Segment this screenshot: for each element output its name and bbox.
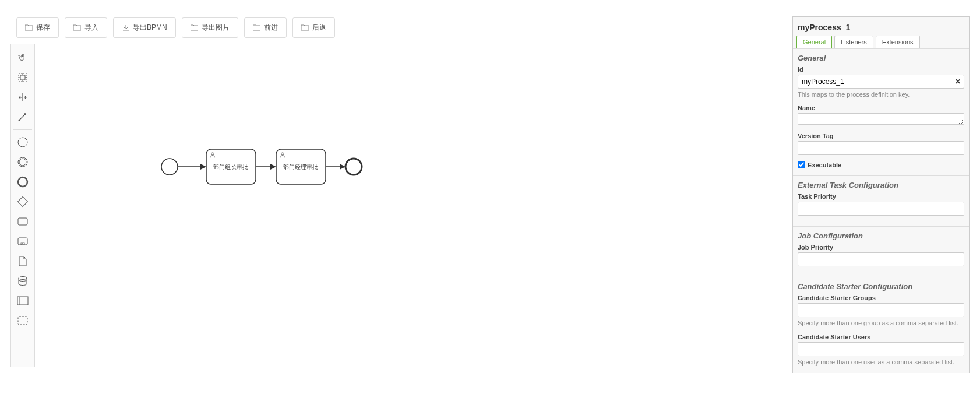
- folder-icon: [73, 24, 81, 31]
- save-button[interactable]: 保存: [16, 17, 59, 38]
- id-label: Id: [798, 66, 964, 73]
- svg-rect-12: [18, 317, 27, 325]
- panel-tabs: General Listeners Extensions: [793, 36, 969, 48]
- end-event-icon[interactable]: [14, 173, 31, 191]
- import-label: 导入: [84, 23, 98, 33]
- svg-rect-6: [18, 197, 28, 207]
- folder-icon: [253, 24, 260, 31]
- back-button[interactable]: 后退: [292, 17, 335, 38]
- task2-label: 部门经理审批: [283, 164, 318, 170]
- tab-extensions[interactable]: Extensions: [876, 36, 920, 48]
- starter-users-label: Candidate Starter Users: [798, 333, 964, 340]
- export-bpmn-button[interactable]: 导出BPMN: [113, 17, 176, 38]
- starter-users-input[interactable]: [798, 342, 964, 356]
- export-image-button[interactable]: 导出图片: [182, 17, 238, 38]
- svg-point-5: [18, 177, 27, 187]
- svg-point-4: [19, 159, 26, 166]
- executable-label: Executable: [808, 161, 841, 168]
- job-priority-input[interactable]: [798, 252, 964, 266]
- save-label: 保存: [36, 23, 50, 33]
- name-input[interactable]: [798, 113, 964, 125]
- section-job-config: Job Configuration Job Priority: [793, 226, 969, 277]
- svg-rect-7: [18, 218, 27, 225]
- section-general: General Id ✕ This maps to the process de…: [793, 48, 969, 175]
- section-title: External Task Configuration: [798, 181, 964, 189]
- forward-label: 前进: [264, 23, 278, 33]
- clear-icon[interactable]: ✕: [955, 78, 961, 86]
- tab-listeners[interactable]: Listeners: [834, 36, 873, 48]
- hand-tool-icon[interactable]: [14, 49, 31, 66]
- executable-checkbox[interactable]: [798, 161, 805, 168]
- starter-groups-input[interactable]: [798, 303, 964, 317]
- subprocess-icon[interactable]: [14, 233, 31, 250]
- svg-rect-11: [17, 297, 28, 305]
- export-bpmn-label: 导出BPMN: [133, 23, 167, 33]
- export-image-label: 导出图片: [202, 23, 230, 33]
- version-tag-input[interactable]: [798, 141, 964, 155]
- section-external-task: External Task Configuration Task Priorit…: [793, 175, 969, 226]
- lasso-tool-icon[interactable]: [14, 69, 31, 86]
- back-label: 后退: [312, 23, 326, 33]
- panel-title: myProcess_1: [793, 17, 969, 36]
- forward-button[interactable]: 前进: [244, 17, 287, 38]
- folder-icon: [25, 24, 33, 31]
- section-title: Candidate Starter Configuration: [798, 282, 964, 291]
- version-tag-label: Version Tag: [798, 132, 964, 139]
- import-button[interactable]: 导入: [65, 17, 107, 38]
- svg-point-10: [19, 277, 27, 280]
- gateway-icon[interactable]: [14, 193, 31, 210]
- id-input[interactable]: [798, 75, 964, 89]
- download-icon: [122, 24, 129, 31]
- end-event-node[interactable]: [346, 159, 362, 175]
- properties-panel: myProcess_1 General Listeners Extensions…: [792, 16, 970, 373]
- tab-general[interactable]: General: [796, 36, 832, 48]
- intermediate-event-icon[interactable]: [14, 153, 31, 171]
- svg-point-1: [19, 120, 20, 121]
- id-hint: This maps to the process definition key.: [798, 90, 964, 99]
- svg-point-2: [18, 138, 27, 147]
- space-tool-icon[interactable]: [14, 89, 31, 106]
- data-store-icon[interactable]: [14, 272, 31, 290]
- start-event-icon[interactable]: [14, 134, 31, 151]
- task1-label: 部门组长审批: [213, 164, 248, 170]
- starter-groups-label: Candidate Starter Groups: [798, 294, 964, 301]
- task-priority-input[interactable]: [798, 202, 964, 216]
- svg-marker-13: [200, 164, 206, 170]
- section-title: Job Configuration: [798, 231, 964, 240]
- participant-icon[interactable]: [14, 292, 31, 310]
- name-label: Name: [798, 104, 964, 111]
- starter-users-hint: Specify more than one user as a comma se…: [798, 358, 964, 366]
- job-priority-label: Job Priority: [798, 244, 964, 251]
- folder-icon: [301, 24, 309, 31]
- folder-icon: [191, 24, 198, 31]
- section-title: General: [798, 54, 964, 62]
- task-icon[interactable]: [14, 213, 31, 230]
- task-priority-label: Task Priority: [798, 193, 964, 200]
- start-event-node[interactable]: [161, 159, 178, 175]
- palette: [10, 44, 35, 367]
- starter-groups-hint: Specify more than one group as a comma s…: [798, 319, 964, 327]
- connect-tool-icon[interactable]: [14, 108, 31, 126]
- group-icon[interactable]: [14, 312, 31, 329]
- svg-marker-15: [270, 164, 276, 170]
- data-object-icon[interactable]: [14, 252, 31, 270]
- section-candidate-starter: Candidate Starter Configuration Candidat…: [793, 277, 969, 373]
